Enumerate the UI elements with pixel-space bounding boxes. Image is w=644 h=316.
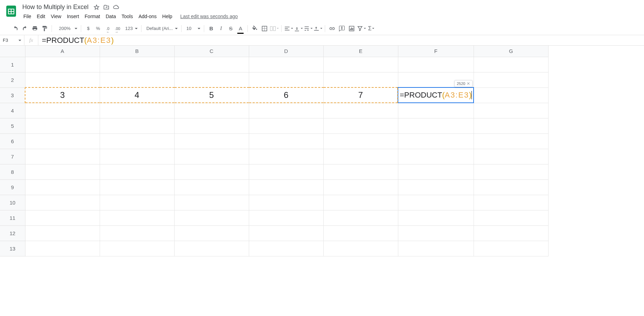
font-dropdown[interactable]: Default (Ari... <box>144 24 179 33</box>
filter-icon[interactable] <box>357 24 366 33</box>
cell-E9[interactable] <box>323 179 398 195</box>
row-header-13[interactable]: 13 <box>0 241 25 256</box>
more-formats-dropdown[interactable]: 123 <box>122 24 139 33</box>
cell-A6[interactable] <box>25 133 100 149</box>
row-header-9[interactable]: 9 <box>0 179 25 195</box>
cell-D2[interactable] <box>249 72 323 87</box>
cell-C6[interactable] <box>174 133 249 149</box>
cell-F4[interactable] <box>398 103 474 118</box>
row-header-1[interactable]: 1 <box>0 57 25 72</box>
cell-G13[interactable] <box>474 241 548 256</box>
cell-B5[interactable] <box>100 118 174 133</box>
cell-E12[interactable] <box>323 225 398 241</box>
cell-A8[interactable] <box>25 164 100 179</box>
cell-F8[interactable] <box>398 164 474 179</box>
cell-G4[interactable] <box>474 103 548 118</box>
cell-B4[interactable] <box>100 103 174 118</box>
text-wrap-button[interactable] <box>304 24 313 33</box>
cell-E8[interactable] <box>323 164 398 179</box>
cell-C4[interactable] <box>174 103 249 118</box>
print-icon[interactable] <box>30 24 39 33</box>
cell-C2[interactable] <box>174 72 249 87</box>
cell-A9[interactable] <box>25 179 100 195</box>
cell-G9[interactable] <box>474 179 548 195</box>
select-all-corner[interactable] <box>0 46 25 57</box>
menu-help[interactable]: Help <box>160 12 175 21</box>
row-header-5[interactable]: 5 <box>0 118 25 133</box>
cell-C1[interactable] <box>174 57 249 72</box>
cell-G12[interactable] <box>474 225 548 241</box>
cell-A2[interactable] <box>25 72 100 87</box>
star-icon[interactable] <box>93 4 100 10</box>
functions-icon[interactable]: Σ <box>367 24 376 33</box>
cell-B6[interactable] <box>100 133 174 149</box>
cell-A13[interactable] <box>25 241 100 256</box>
cell-G7[interactable] <box>474 149 548 164</box>
menu-addons[interactable]: Add-ons <box>136 12 159 21</box>
last-edit-link[interactable]: Last edit was seconds ago <box>180 14 238 19</box>
borders-button[interactable] <box>260 24 269 33</box>
strikethrough-button[interactable]: S <box>226 24 235 33</box>
cell-E1[interactable] <box>323 57 398 72</box>
cell-B11[interactable] <box>100 210 174 225</box>
cell-D13[interactable] <box>249 241 323 256</box>
cell-A4[interactable] <box>25 103 100 118</box>
zoom-dropdown[interactable]: 200% <box>54 24 79 33</box>
cell-C10[interactable] <box>174 195 249 210</box>
cell-F3-active[interactable]: 2520 ✕ =PRODUCT(A3:E3) <box>398 87 474 103</box>
insert-chart-icon[interactable] <box>347 24 356 33</box>
cell-C8[interactable] <box>174 164 249 179</box>
italic-button[interactable]: I <box>216 24 225 33</box>
cell-F12[interactable] <box>398 225 474 241</box>
col-header-G[interactable]: G <box>474 46 548 57</box>
cell-E3[interactable]: 7 <box>323 87 398 103</box>
cloud-status-icon[interactable] <box>113 4 119 10</box>
cell-A10[interactable] <box>25 195 100 210</box>
cell-G11[interactable] <box>474 210 548 225</box>
cell-D10[interactable] <box>249 195 323 210</box>
col-header-F[interactable]: F <box>398 46 474 57</box>
cell-E6[interactable] <box>323 133 398 149</box>
cell-G5[interactable] <box>474 118 548 133</box>
formula-input[interactable]: =PRODUCT(A3:E3) <box>38 36 644 45</box>
undo-icon[interactable] <box>11 24 20 33</box>
cell-F6[interactable] <box>398 133 474 149</box>
menu-tools[interactable]: Tools <box>119 12 136 21</box>
cell-D1[interactable] <box>249 57 323 72</box>
cell-B12[interactable] <box>100 225 174 241</box>
row-header-11[interactable]: 11 <box>0 210 25 225</box>
col-header-B[interactable]: B <box>100 46 174 57</box>
row-header-3[interactable]: 3 <box>0 87 25 103</box>
row-header-10[interactable]: 10 <box>0 195 25 210</box>
format-percent[interactable]: % <box>93 24 102 33</box>
cell-D7[interactable] <box>249 149 323 164</box>
cell-F11[interactable] <box>398 210 474 225</box>
merge-cells-button[interactable] <box>270 24 279 33</box>
menu-file[interactable]: File <box>21 12 34 21</box>
cell-F5[interactable] <box>398 118 474 133</box>
cell-G2[interactable] <box>474 72 548 87</box>
cell-G6[interactable] <box>474 133 548 149</box>
cell-F7[interactable] <box>398 149 474 164</box>
col-header-C[interactable]: C <box>174 46 249 57</box>
insert-comment-icon[interactable] <box>337 24 346 33</box>
menu-format[interactable]: Format <box>82 12 102 21</box>
row-header-8[interactable]: 8 <box>0 164 25 179</box>
cell-B9[interactable] <box>100 179 174 195</box>
cell-B7[interactable] <box>100 149 174 164</box>
format-currency[interactable]: $ <box>84 24 93 33</box>
close-icon[interactable]: ✕ <box>467 81 470 86</box>
cell-E4[interactable] <box>323 103 398 118</box>
row-header-6[interactable]: 6 <box>0 133 25 149</box>
cell-A11[interactable] <box>25 210 100 225</box>
cell-C5[interactable] <box>174 118 249 133</box>
col-header-A[interactable]: A <box>25 46 100 57</box>
document-title[interactable]: How to Multiply in Excel <box>21 3 90 11</box>
menu-data[interactable]: Data <box>103 12 118 21</box>
cell-C3[interactable]: 5 <box>174 87 249 103</box>
cell-C11[interactable] <box>174 210 249 225</box>
cell-F1[interactable] <box>398 57 474 72</box>
cell-C7[interactable] <box>174 149 249 164</box>
cell-D8[interactable] <box>249 164 323 179</box>
cell-F10[interactable] <box>398 195 474 210</box>
